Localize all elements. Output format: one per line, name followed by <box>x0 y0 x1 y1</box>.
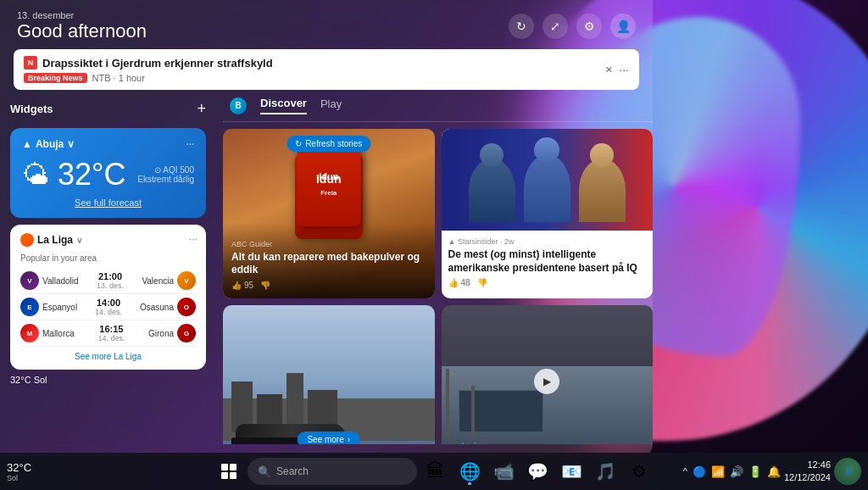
taskbar-app-zoom[interactable]: 📹 <box>488 456 519 487</box>
bing-icon: B <box>230 97 247 114</box>
profile-button[interactable]: 👤 <box>610 14 636 39</box>
news-card-presidents[interactable]: ▲ Starsinsider · 2w De mest (og minst) i… <box>442 129 654 298</box>
weather-location: ▲ Abuja ∨ ··· <box>22 138 194 150</box>
notification-icon[interactable]: 🔔 <box>767 465 781 478</box>
more-matches-link[interactable]: See more La Liga <box>20 352 196 361</box>
win-tile-3 <box>221 472 228 479</box>
tab-play[interactable]: Play <box>320 97 342 114</box>
sports-widget[interactable]: La Liga ∨ ··· Popular in your area V Val… <box>10 225 206 370</box>
corner-avatar[interactable]: 👤 <box>834 458 861 485</box>
settings-button[interactable]: ⚙ <box>576 14 602 39</box>
search-icon: 🔍 <box>258 465 271 478</box>
news-source-time: NTB · 1 hour <box>92 73 145 83</box>
sports-more-icon[interactable]: ··· <box>189 233 198 245</box>
date-greeting: 13. desember Good afternoon <box>17 10 147 42</box>
weather-main-display: 🌤 32°C ⊙ AQI 500 Ekstremt dårlig <box>22 157 194 192</box>
match-row: V Valladolid 21:00 13. des. Valencia V <box>20 268 196 294</box>
clock-display[interactable]: 12:46 12/12/2024 <box>784 459 831 485</box>
news-content: N Drapssiktet i Gjerdrum erkjenner straf… <box>24 56 605 83</box>
news-close-button[interactable]: × <box>605 63 612 76</box>
content-area: Widgets + ▲ Abuja ∨ ··· 🌤 32°C <box>0 97 653 444</box>
team-logo-valladolid: V <box>20 271 39 290</box>
news-more-button[interactable]: ··· <box>619 63 629 76</box>
weather-temperature: 32°C <box>58 157 125 192</box>
team-logo-mallorca: M <box>20 324 39 342</box>
news-card-car[interactable]: See more › <box>223 305 435 444</box>
taskbar-app-widget[interactable]: 🏛 <box>420 456 451 487</box>
taskbar-app-media[interactable]: 🎵 <box>590 456 620 487</box>
taskbar: 32°C Sol 🔍 Search 🏛 🌐 📹 💬 📧 🎵 ⚙ <box>0 453 868 490</box>
card-source-bakepulver: ABC Guider <box>231 240 426 248</box>
refresh-button[interactable]: ↻ <box>509 14 534 39</box>
weather-widget[interactable]: ▲ Abuja ∨ ··· 🌤 32°C ⊙ AQI 500 Ekstremt … <box>10 128 206 218</box>
news-card-bakepulver[interactable]: Idun Freia ↻ Refresh stories <box>223 129 435 298</box>
breaking-news-bar[interactable]: N Drapssiktet i Gjerdrum erkjenner straf… <box>14 49 639 90</box>
widgets-panel: 13. desember Good afternoon ↻ ⤢ ⚙ 👤 N Dr… <box>0 0 653 458</box>
feed-tabs: B Discover Play <box>223 97 653 122</box>
news-feed: B Discover Play Idun <box>216 97 653 444</box>
aqi-sublabel: Ekstremt dårlig <box>134 175 194 184</box>
refresh-stories-button[interactable]: ↻ Refresh stories <box>287 136 370 152</box>
taskbar-right: ^ 🔵 📶 🔊 🔋 🔔 12:46 12/12/2024 👤 <box>683 458 861 485</box>
news-card-transport[interactable]: portasjonen av ▶ <box>442 305 654 444</box>
team-logo-valencia: V <box>177 271 196 290</box>
expand-button[interactable]: ⤢ <box>542 14 568 39</box>
match-row: E Espanyol 14:00 14. des. Osasuna O <box>20 294 196 320</box>
match-row: M Mallorca 16:15 14. des. Girona G <box>20 320 196 347</box>
sports-header: La Liga ∨ ··· <box>20 233 196 247</box>
silhouette-trump <box>579 159 626 222</box>
match-time-3: 16:15 14. des. <box>97 324 125 342</box>
weather-widget-container: ▲ Abuja ∨ ··· 🌤 32°C ⊙ AQI 500 Ekstremt … <box>10 128 206 218</box>
start-button[interactable] <box>214 456 244 487</box>
win-tile-4 <box>230 472 236 479</box>
add-widget-button[interactable]: + <box>197 100 206 118</box>
panel-header: 13. desember Good afternoon ↻ ⤢ ⚙ 👤 <box>0 0 653 49</box>
team-logo-girona: G <box>177 324 196 342</box>
sports-popular-label: Popular in your area <box>20 253 196 263</box>
search-bar[interactable]: 🔍 Search <box>248 458 417 485</box>
bakepulver-overlay: ABC Guider Alt du kan reparere med bakep… <box>223 223 435 298</box>
president-silhouettes <box>442 129 654 231</box>
news-grid: Idun Freia ↻ Refresh stories <box>223 129 653 444</box>
taskbar-temp: 32°C <box>7 461 31 474</box>
taskbar-app-settings[interactable]: ⚙ <box>624 456 654 487</box>
news-title-row: N Drapssiktet i Gjerdrum erkjenner straf… <box>24 56 605 70</box>
news-source-icon: N <box>24 56 37 70</box>
car-image <box>223 305 435 444</box>
transport-text: portasjonen av <box>448 441 509 444</box>
like-button-presidents[interactable]: 👍 48 <box>448 278 470 287</box>
silhouette-biden <box>524 154 570 222</box>
chevron-up-icon[interactable]: ^ <box>683 466 687 476</box>
dislike-button-bakepulver[interactable]: 👎 <box>260 281 270 290</box>
presidents-text: ▲ Starsinsider · 2w De mest (og minst) i… <box>442 231 654 294</box>
weather-icon: 🌤 <box>22 159 49 191</box>
clock-date: 12/12/2024 <box>784 471 831 484</box>
taskbar-app-edge[interactable]: 🌐 <box>454 456 485 487</box>
team-logo-espanyol: E <box>20 298 39 316</box>
like-button-bakepulver[interactable]: 👍 95 <box>231 281 253 290</box>
dislike-button-presidents[interactable]: 👎 <box>477 278 487 287</box>
avatar-image: 👤 <box>834 458 861 485</box>
sports-widget-container: La Liga ∨ ··· Popular in your area V Val… <box>10 225 206 390</box>
transport-image: portasjonen av ▶ <box>442 305 654 444</box>
taskbar-app-whatsapp[interactable]: 💬 <box>522 456 553 487</box>
tab-discover[interactable]: Discover <box>260 97 307 114</box>
clock-time: 12:46 <box>784 459 831 471</box>
battery-icon: 🔋 <box>748 465 762 478</box>
sound-icon[interactable]: 🔊 <box>730 465 743 478</box>
greeting-display: Good afternoon <box>17 20 147 42</box>
taskbar-center: 🔍 Search 🏛 🌐 📹 💬 📧 🎵 ⚙ <box>214 456 654 487</box>
system-tray-icons: ^ 🔵 📶 🔊 🔋 🔔 <box>683 465 781 478</box>
taskbar-app-mail[interactable]: 📧 <box>556 456 587 487</box>
see-forecast-link[interactable]: See full forecast <box>22 198 194 208</box>
news-headline: Drapssiktet i Gjerdrum erkjenner straffs… <box>42 57 273 70</box>
see-more-button[interactable]: See more › <box>297 432 360 444</box>
taskbar-left: 32°C Sol <box>7 461 38 482</box>
date-display: 13. desember <box>17 10 147 20</box>
silhouette-obama <box>469 159 515 222</box>
win-tile-1 <box>221 464 228 471</box>
video-play-button[interactable]: ▶ <box>534 369 559 394</box>
team-logo-osasuna: O <box>177 298 196 316</box>
taskbar-condition: Sol <box>7 474 31 482</box>
sports-league-name: La Liga <box>37 234 73 246</box>
